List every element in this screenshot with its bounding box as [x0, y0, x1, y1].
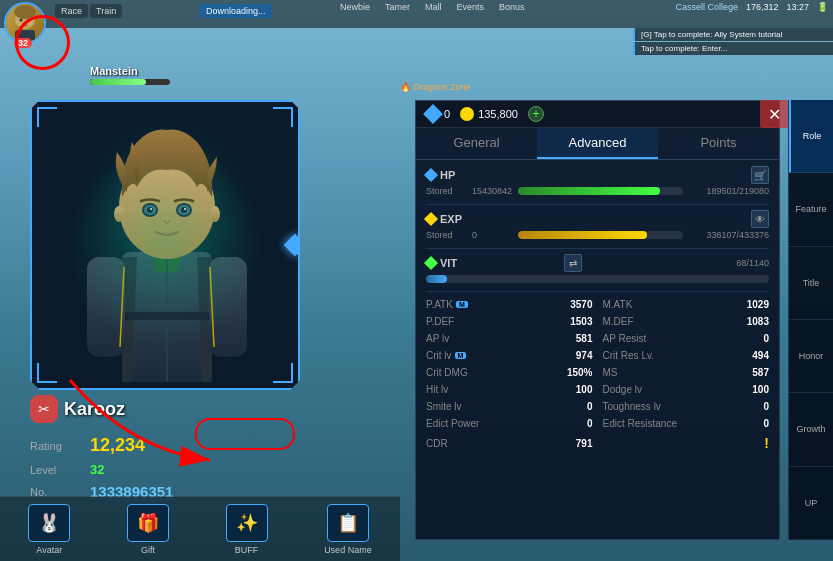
char-hp-bar: [90, 79, 170, 85]
stat-smitelv-name: Smite lv: [426, 401, 462, 412]
usedname-icon-box: 📋: [327, 504, 369, 542]
stat-aplv-name: AP lv: [426, 333, 449, 344]
stat-cdr-name: CDR: [426, 438, 448, 449]
hud-downloading: Downloading...: [200, 4, 272, 18]
gift-icon-label: Gift: [141, 545, 155, 555]
char-name-tag: ✂ Karooz: [30, 395, 125, 423]
stat-pdef-name: P.DEF: [426, 316, 454, 327]
rating-value: 12,234: [90, 435, 145, 456]
stat-exclaim-val[interactable]: !: [764, 435, 769, 451]
notif-item-2: Tap to complete: Enter...: [633, 42, 833, 55]
sidebar-btn-up[interactable]: UP: [789, 467, 833, 540]
bottom-icon-gift[interactable]: 🎁 Gift: [127, 504, 169, 555]
vit-stat: VIT ⇄ 68/1140: [426, 254, 769, 283]
hud-bonus[interactable]: Bonus: [499, 2, 525, 12]
dragon-zone: 🔥 Dragons Zone: [400, 82, 471, 92]
vit-label: VIT: [440, 257, 457, 269]
hp-total: 189501/219080: [689, 186, 769, 196]
bottom-icon-usedname[interactable]: 📋 Used Name: [324, 504, 372, 555]
tab-advanced[interactable]: Advanced: [537, 128, 658, 159]
stat-cdr: CDR 791: [426, 433, 593, 453]
hud-tamer[interactable]: Tamer: [385, 2, 410, 12]
vit-fill: [426, 275, 447, 283]
stat-critreslv-name: Crit Res Lv.: [603, 350, 655, 361]
vit-action-icon[interactable]: ⇄: [564, 254, 582, 272]
hud-nav-train[interactable]: Train: [90, 4, 122, 18]
stats-panel: 0 135,800 + General Advanced Points HP 🛒…: [415, 100, 780, 540]
bottom-icon-avatar[interactable]: 🐰 Avatar: [28, 504, 70, 555]
stat-critdmg: Crit DMG 150%: [426, 365, 593, 380]
exp-header: EXP 👁: [426, 210, 769, 228]
currency-coins: 135,800: [460, 107, 518, 121]
stat-hitlv-name: Hit lv: [426, 384, 448, 395]
hp-fill: [518, 187, 660, 195]
stat-critdmg-val: 150%: [567, 367, 593, 378]
hud-gems: 176,312: [746, 2, 779, 12]
sidebar-btn-feature[interactable]: Feature: [789, 173, 833, 246]
vit-header: VIT ⇄ 68/1140: [426, 254, 769, 272]
stat-toughnesslv-name: Toughness lv: [603, 401, 661, 412]
stat-mdef-name: M.DEF: [603, 316, 634, 327]
vit-name: VIT: [426, 257, 457, 269]
top-hud: Race Train Downloading... Newbie Tamer M…: [0, 0, 833, 28]
vit-track: [426, 275, 769, 283]
stat-dodgelv: Dodge lv 100: [603, 382, 770, 397]
stat-edictpower: Edict Power 0: [426, 416, 593, 431]
hud-events[interactable]: Events: [457, 2, 485, 12]
stat-aplv: AP lv 581: [426, 331, 593, 346]
notification-bar: [G] Tap to complete: Ally System tutoria…: [633, 28, 833, 56]
char-name-hud: Manstein: [90, 65, 170, 77]
hud-newbie[interactable]: Newbie: [340, 2, 370, 12]
buff-icon-label: BUFF: [235, 545, 259, 555]
hud-time: 13:27: [786, 2, 809, 12]
currency-add-button[interactable]: +: [528, 106, 544, 122]
corner-tr: [273, 107, 293, 127]
exp-fill: [518, 231, 647, 239]
hud-top-right: Cassell College 176,312 13:27 🔋: [675, 2, 828, 12]
hp-action-icon[interactable]: 🛒: [751, 166, 769, 184]
stat-edictresist-val: 0: [763, 418, 769, 429]
hud-nav-race[interactable]: Race: [55, 4, 88, 18]
hud-nav: Race Train: [55, 4, 122, 18]
diamond-value: 0: [444, 108, 450, 120]
stat-mdef-val: 1083: [747, 316, 769, 327]
stat-patk-val: 3570: [570, 299, 592, 310]
corner-br: [273, 363, 293, 383]
portrait-bg-glow: [65, 145, 265, 345]
hud-mall[interactable]: Mall: [425, 2, 442, 12]
hp-stat: HP 🛒 Stored 15430842 189501/219080: [426, 166, 769, 196]
stat-ms: MS 587: [603, 365, 770, 380]
sidebar-btn-growth[interactable]: Growth: [789, 393, 833, 466]
sidebar-btn-honor[interactable]: Honor: [789, 320, 833, 393]
hp-header: HP 🛒: [426, 166, 769, 184]
stat-critreslv: Crit Res Lv. 494: [603, 348, 770, 363]
exp-label: EXP: [440, 213, 462, 225]
sidebar-btn-title[interactable]: Title: [789, 247, 833, 320]
stat-apresist-val: 0: [763, 333, 769, 344]
bottom-icon-buff[interactable]: ✨ BUFF: [226, 504, 268, 555]
exp-stored-label: Stored: [426, 230, 466, 240]
stat-edictresist-name: Edict Resistance: [603, 418, 677, 429]
vit-icon: [424, 256, 438, 270]
stat-ms-val: 587: [752, 367, 769, 378]
char-name-icon: ✂: [30, 395, 58, 423]
stat-apresist-name: AP Resist: [603, 333, 647, 344]
close-button[interactable]: ✕: [760, 100, 788, 128]
exp-values: Stored 0 336107/433376: [426, 230, 769, 240]
svg-point-2: [20, 19, 23, 22]
gift-icon-box: 🎁: [127, 504, 169, 542]
notif-item-1: [G] Tap to complete: Ally System tutoria…: [633, 28, 833, 41]
exp-action-icon[interactable]: 👁: [751, 210, 769, 228]
divider-1: [426, 204, 769, 205]
stat-level-line: Level 32: [30, 462, 290, 477]
svg-point-1: [14, 5, 36, 19]
hp-track: [518, 187, 683, 195]
stat-matk: M.ATK 1029: [603, 297, 770, 312]
stat-matk-val: 1029: [747, 299, 769, 310]
level-label: Level: [30, 464, 90, 476]
stat-pdef-val: 1503: [570, 316, 592, 327]
sidebar-btn-role[interactable]: Role: [789, 100, 833, 173]
tab-general[interactable]: General: [416, 128, 537, 159]
stat-dodgelv-val: 100: [752, 384, 769, 395]
tab-points[interactable]: Points: [658, 128, 779, 159]
